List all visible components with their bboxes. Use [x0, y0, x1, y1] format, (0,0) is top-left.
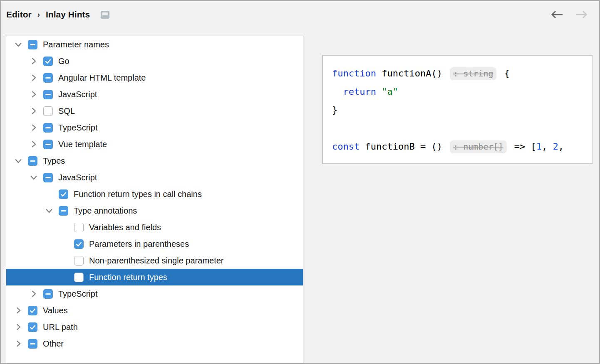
checkbox-checked[interactable]: [28, 322, 37, 332]
chevron-down-icon[interactable]: [44, 205, 55, 216]
tree-item-label: Variables and fields: [89, 222, 161, 232]
checkbox-indeterminate[interactable]: [28, 339, 37, 349]
checkbox-checked[interactable]: [59, 189, 68, 199]
tree-item-label: Parameter names: [43, 39, 109, 49]
chevron-right-icon[interactable]: [28, 56, 39, 66]
checkbox-indeterminate[interactable]: [43, 90, 53, 99]
tree-item-label: Parameters in parentheses: [89, 239, 189, 249]
breadcrumb-editor[interactable]: Editor: [6, 10, 32, 20]
tree-item-label: TypeScript: [58, 289, 97, 299]
code-line: function functionA() : string {: [332, 64, 592, 83]
chevron-spacer: [59, 272, 70, 283]
tree-item-label: Other: [43, 339, 64, 349]
checkbox-indeterminate[interactable]: [59, 206, 68, 216]
checkbox-indeterminate[interactable]: [43, 73, 53, 83]
checkbox-unchecked[interactable]: [74, 256, 84, 266]
tree-item-label: Vue template: [58, 139, 107, 149]
tree-item-label: URL path: [43, 322, 78, 332]
code-token-plain: ,: [558, 141, 564, 152]
code-preview-panel: function functionA() : string { return "…: [322, 55, 593, 164]
tree-item[interactable]: Angular HTML template: [6, 69, 303, 86]
tree-item[interactable]: Values: [6, 302, 303, 319]
tree-item-label: JavaScript: [58, 172, 97, 182]
tree-item[interactable]: Type annotations: [6, 202, 303, 219]
tree-item[interactable]: JavaScript: [6, 86, 303, 103]
checkbox-unchecked[interactable]: [74, 223, 84, 232]
tree-item-label: JavaScript: [58, 89, 97, 99]
tree-item[interactable]: Vue template: [6, 136, 303, 152]
chevron-right-icon[interactable]: [28, 106, 39, 116]
tree-item[interactable]: Non-parenthesized single parameter: [6, 252, 303, 269]
code-token-plain: [376, 86, 382, 97]
chevron-spacer: [59, 222, 70, 233]
tree-item-label: Types: [43, 156, 65, 166]
checkbox-indeterminate[interactable]: [43, 173, 53, 182]
code-token-plain: functionA(): [376, 68, 448, 79]
tree-item[interactable]: Parameter names: [6, 36, 303, 53]
code-token-keyword: function: [332, 68, 376, 79]
open-in-dialog-icon[interactable]: [101, 11, 109, 19]
tree-item[interactable]: Go: [6, 53, 303, 69]
chevron-spacer: [59, 239, 70, 249]
code-token-plain: {: [498, 68, 510, 79]
tree-item[interactable]: Types: [6, 152, 303, 169]
inlay-hint-pill[interactable]: : string: [450, 67, 496, 80]
back-arrow-icon[interactable]: [550, 8, 564, 21]
chevron-spacer: [44, 189, 55, 199]
tree-item-label: SQL: [58, 106, 75, 116]
code-token-keyword: return: [343, 86, 376, 97]
history-navigation: [550, 8, 588, 21]
tree-item-label: TypeScript: [58, 123, 97, 133]
code-token-plain: }: [332, 105, 337, 115]
checkbox-unchecked[interactable]: [74, 273, 84, 282]
tree-item[interactable]: Function return types in call chains: [6, 186, 303, 202]
chevron-right-icon[interactable]: [28, 122, 39, 133]
tree-item-label: Non-parenthesized single parameter: [89, 256, 224, 266]
inlay-hints-tree: Parameter namesGoAngular HTML templateJa…: [6, 36, 303, 363]
checkbox-checked[interactable]: [74, 239, 84, 249]
checkbox-indeterminate[interactable]: [43, 140, 53, 149]
code-token-plain: functionB = (): [360, 141, 448, 152]
checkbox-indeterminate[interactable]: [43, 289, 53, 299]
tree-item[interactable]: JavaScript: [6, 169, 303, 186]
checkbox-indeterminate[interactable]: [28, 40, 37, 49]
code-token-plain: [332, 86, 343, 97]
chevron-right-icon[interactable]: [28, 288, 39, 299]
tree-item[interactable]: Variables and fields: [6, 219, 303, 236]
chevron-down-icon[interactable]: [28, 172, 39, 183]
tree-item-label: Values: [43, 305, 68, 315]
settings-window: { "header": { "breadcrumb": [ { "label":…: [0, 0, 600, 364]
tree-item[interactable]: TypeScript: [6, 285, 303, 302]
chevron-right-icon[interactable]: [28, 72, 39, 83]
tree-item[interactable]: SQL: [6, 103, 303, 119]
chevron-right-icon[interactable]: [28, 89, 39, 100]
tree-item[interactable]: Parameters in parentheses: [6, 236, 303, 252]
tree-item-label: Type annotations: [74, 206, 137, 216]
chevron-right-icon[interactable]: [13, 305, 24, 316]
checkbox-checked[interactable]: [28, 306, 37, 315]
code-token-plain: => [: [509, 141, 536, 152]
tree-item[interactable]: TypeScript: [6, 119, 303, 136]
code-line: }: [332, 101, 592, 119]
checkbox-indeterminate[interactable]: [28, 156, 37, 166]
code-token-keyword: const: [332, 141, 360, 152]
chevron-down-icon[interactable]: [13, 155, 24, 166]
tree-item[interactable]: Other: [6, 335, 303, 352]
page-title: Inlay Hints: [46, 10, 90, 20]
code-token-plain: ,: [542, 141, 553, 152]
checkbox-checked[interactable]: [43, 57, 53, 66]
breadcrumb: Editor › Inlay Hints: [6, 10, 109, 20]
tree-item-label: Function return types: [89, 272, 167, 282]
chevron-down-icon[interactable]: [13, 39, 24, 50]
chevron-right-icon[interactable]: [28, 139, 39, 150]
breadcrumb-header: Editor › Inlay Hints: [1, 1, 599, 28]
forward-arrow-icon: [574, 8, 588, 21]
tree-item-label: Function return types in call chains: [74, 189, 202, 199]
checkbox-unchecked[interactable]: [43, 106, 53, 116]
checkbox-indeterminate[interactable]: [43, 123, 53, 133]
chevron-right-icon[interactable]: [13, 338, 24, 349]
tree-item[interactable]: Function return types: [6, 269, 303, 285]
chevron-right-icon[interactable]: [13, 322, 24, 332]
tree-item[interactable]: URL path: [6, 319, 303, 335]
inlay-hint-pill[interactable]: : number[]: [450, 140, 506, 153]
